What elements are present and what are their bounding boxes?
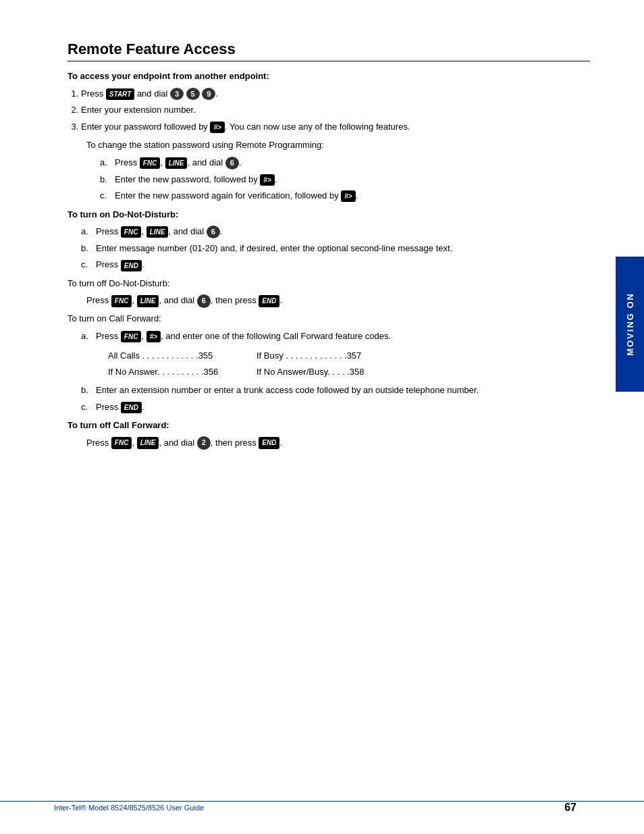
line-key-3: LINE — [137, 295, 159, 307]
change-pw-step-c: c. Enter the new password again for veri… — [100, 189, 590, 203]
cf-if-busy: If Busy . . . . . . . . . . . . .357 — [257, 348, 378, 363]
key-6-1: 6 — [225, 157, 239, 170]
end-key-4: END — [259, 437, 279, 449]
call-forward-table: All Calls . . . . . . . . . . . .355 If … — [108, 348, 590, 380]
access-step-2: Enter your extension number. — [81, 103, 590, 117]
side-tab-label: MOVING ON — [625, 292, 635, 356]
key-3: 3 — [170, 88, 184, 101]
cf-row-1: All Calls . . . . . . . . . . . .355 If … — [108, 348, 590, 363]
cf-if-no-answer: If No Answer. . . . . . . . . .356 — [108, 364, 230, 380]
change-password-steps: a. Press FNC, LINE, and dial 6. b. Enter… — [100, 156, 590, 203]
end-key-2: END — [259, 295, 279, 307]
fnc-key-4: FNC — [121, 331, 142, 342]
call-forward-off-heading: To turn off Call Forward: — [68, 419, 590, 432]
hash-key-2: #> — [260, 174, 274, 186]
change-pw-step-a: a. Press FNC, LINE, and dial 6. — [100, 156, 590, 170]
access-step-1: Press START and dial 3 5 9. — [81, 87, 590, 101]
access-steps-list: Press START and dial 3 5 9. Enter your e… — [81, 87, 590, 134]
key-9: 9 — [202, 88, 215, 101]
call-forward-off-text: Press FNC, LINE, and dial 2, then press … — [86, 436, 590, 450]
dnd-step-a: a. Press FNC, LINE, and dial 6. — [81, 225, 590, 238]
dnd-step-b: b. Enter message number (01-20) and, if … — [81, 242, 590, 255]
line-key-1: LINE — [165, 157, 188, 169]
dnd-off-intro: To turn off Do-Not-Disturb: — [68, 277, 590, 290]
hash-key-4: #> — [146, 331, 161, 342]
dnd-step-c: c. Press END. — [81, 258, 590, 271]
key-2: 2 — [197, 436, 211, 450]
end-key-3: END — [121, 402, 142, 413]
key-6-3: 6 — [197, 294, 211, 308]
dnd-steps-list: a. Press FNC, LINE, and dial 6. b. Enter… — [81, 225, 590, 271]
key-5: 5 — [186, 88, 200, 101]
cf-if-no-answer-busy: If No Answer/Busy. . . . .358 — [257, 364, 378, 380]
cf-step-a: a. Press FNC, #>, and enter one of the f… — [81, 330, 590, 343]
call-forward-steps-bc: b. Enter an extension number or enter a … — [81, 384, 590, 413]
dnd-off-text: Press FNC, LINE, and dial 6, then press … — [86, 294, 590, 308]
hash-key-3: #> — [341, 190, 355, 202]
cf-all-calls: All Calls . . . . . . . . . . . .355 — [108, 348, 230, 363]
page: MOVING ON Remote Feature Access To acces… — [0, 0, 644, 834]
call-forward-on-intro: To turn on Call Forward: — [68, 312, 590, 325]
footer: Inter-Tel® Model 8524/8525/8526 User Gui… — [0, 801, 644, 814]
key-6-2: 6 — [207, 226, 220, 238]
access-step-3: Enter your password followed by #>. You … — [81, 120, 590, 134]
section-title: Remote Feature Access — [68, 41, 590, 61]
fnc-key-3: FNC — [111, 295, 132, 307]
call-forward-steps: a. Press FNC, #>, and enter one of the f… — [81, 330, 590, 343]
line-key-2: LINE — [146, 226, 169, 238]
hash-key-1: #> — [210, 122, 224, 133]
fnc-key-1: FNC — [140, 157, 161, 169]
line-key-4: LINE — [137, 437, 159, 449]
end-key-1: END — [121, 260, 142, 271]
cf-step-b: b. Enter an extension number or enter a … — [81, 384, 590, 397]
change-password-section: To change the station password using Rem… — [86, 138, 590, 202]
cf-row-2: If No Answer. . . . . . . . . .356 If No… — [108, 364, 590, 380]
side-tab: MOVING ON — [616, 257, 644, 392]
change-pw-step-b: b. Enter the new password, followed by #… — [100, 173, 590, 186]
cf-step-c: c. Press END. — [81, 400, 590, 414]
fnc-key-5: FNC — [111, 437, 132, 449]
start-key: START — [106, 88, 134, 100]
fnc-key-2: FNC — [121, 226, 142, 238]
footer-left: Inter-Tel® Model 8524/8525/8526 User Gui… — [54, 804, 204, 812]
page-number: 67 — [564, 802, 576, 814]
dnd-heading: To turn on Do-Not-Disturb: — [68, 208, 590, 221]
change-password-intro: To change the station password using Rem… — [86, 138, 590, 152]
access-heading: To access your endpoint from another end… — [68, 70, 590, 83]
